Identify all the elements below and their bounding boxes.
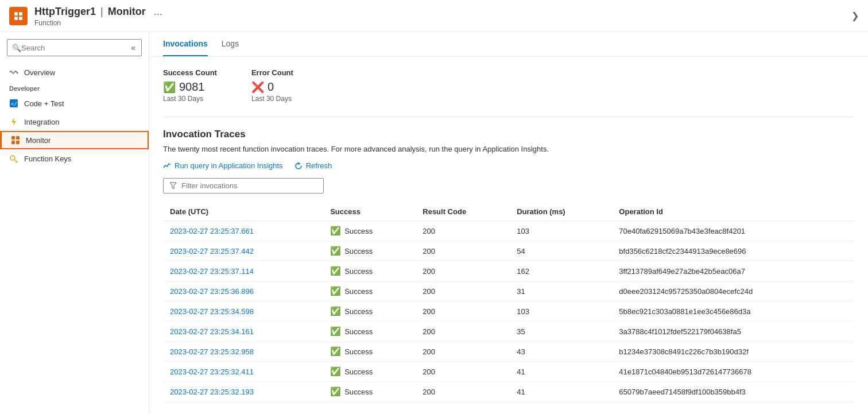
cell-duration: 103 [510, 221, 612, 241]
date-link[interactable]: 2023-02-27 23:25:32.193 [170, 388, 254, 396]
cell-operation-id: 5b8ec921c303a0881e1ee3c456e86d3a [612, 301, 854, 322]
section-title: Invocation Traces [163, 129, 854, 140]
success-checkmark: ✅ [330, 346, 341, 357]
cell-duration: 54 [510, 241, 612, 261]
lightning-icon [9, 117, 18, 126]
cell-result-code: 200 [416, 221, 510, 241]
cell-result-code: 200 [416, 342, 510, 362]
date-link[interactable]: 2023-02-27 23:25:36.896 [170, 287, 254, 296]
svg-rect-2 [14, 17, 18, 20]
col-result-code: Result Code [416, 203, 510, 221]
svg-marker-6 [11, 118, 16, 126]
sidebar-item-code-label: Code + Test [24, 99, 64, 108]
col-success: Success [323, 203, 416, 221]
cell-duration: 41 [510, 382, 612, 402]
cell-result-code: 200 [416, 322, 510, 342]
expand-button[interactable]: ❯ [851, 10, 859, 21]
title-separator: | [100, 6, 103, 18]
cell-date[interactable]: 2023-02-27 23:25:34.161 [163, 322, 323, 342]
date-link[interactable]: 2023-02-27 23:25:34.161 [170, 327, 254, 336]
error-count-icon: ❌ [251, 81, 264, 94]
success-count-sublabel: Last 30 Days [163, 95, 217, 103]
cell-date[interactable]: 2023-02-27 23:25:36.896 [163, 281, 323, 301]
date-link[interactable]: 2023-02-27 23:25:37.114 [170, 267, 254, 276]
top-bar: HttpTrigger1 | Monitor ... Function ❯ [0, 0, 868, 32]
invocations-table: Date (UTC) Success Result Code Duration … [163, 203, 854, 402]
svg-rect-10 [16, 141, 20, 144]
table-row[interactable]: 2023-02-27 23:25:37.114 ✅Success 200 162… [163, 261, 854, 281]
key-icon [9, 154, 18, 163]
search-box[interactable]: 🔍 « [7, 39, 142, 56]
cell-success: ✅Success [323, 261, 416, 281]
filter-input-box[interactable] [163, 178, 324, 194]
sidebar-section-developer: Developer [0, 82, 149, 94]
table-row[interactable]: 2023-02-27 23:25:34.161 ✅Success 200 35 … [163, 322, 854, 342]
cell-operation-id: 3a3788c4f1012fdef522179f04638fa5 [612, 322, 854, 342]
filter-invocations-input[interactable] [181, 181, 317, 190]
svg-rect-9 [11, 141, 15, 144]
sidebar-item-integration-label: Integration [24, 118, 59, 126]
sidebar-item-overview-label: Overview [24, 68, 55, 77]
tab-logs[interactable]: Logs [222, 32, 239, 56]
date-link[interactable]: 2023-02-27 23:25:32.411 [170, 367, 254, 376]
sidebar-item-monitor[interactable]: Monitor [0, 131, 149, 149]
refresh-button[interactable]: Refresh [294, 161, 332, 170]
table-row[interactable]: 2023-02-27 23:25:32.958 ✅Success 200 43 … [163, 342, 854, 362]
cell-date[interactable]: 2023-02-27 23:25:32.411 [163, 362, 323, 382]
cell-result-code: 200 [416, 362, 510, 382]
table-row[interactable]: 2023-02-27 23:25:37.442 ✅Success 200 54 … [163, 241, 854, 261]
success-checkmark: ✅ [330, 226, 341, 236]
cell-result-code: 200 [416, 382, 510, 402]
cell-duration: 41 [510, 362, 612, 382]
refresh-icon [294, 162, 303, 170]
sidebar-item-code-test[interactable]: </> Code + Test [0, 94, 149, 113]
error-count-label: Error Count [251, 68, 293, 77]
date-link[interactable]: 2023-02-27 23:25:37.442 [170, 247, 254, 256]
svg-marker-14 [170, 183, 176, 189]
success-text: Success [344, 347, 373, 356]
tab-invocations[interactable]: Invocations [163, 32, 208, 56]
cell-date[interactable]: 2023-02-27 23:25:34.598 [163, 301, 323, 322]
cell-duration: 43 [510, 342, 612, 362]
date-link[interactable]: 2023-02-27 23:25:34.598 [170, 307, 254, 316]
table-row[interactable]: 2023-02-27 23:25:34.598 ✅Success 200 103… [163, 301, 854, 322]
success-checkmark: ✅ [330, 306, 341, 316]
collapse-button[interactable]: « [130, 42, 137, 53]
svg-rect-0 [14, 12, 18, 16]
run-query-button[interactable]: Run query in Application Insights [163, 161, 283, 170]
table-body: 2023-02-27 23:25:37.661 ✅Success 200 103… [163, 221, 854, 402]
table-row[interactable]: 2023-02-27 23:25:36.896 ✅Success 200 31 … [163, 281, 854, 301]
cell-date[interactable]: 2023-02-27 23:25:37.114 [163, 261, 323, 281]
cell-date[interactable]: 2023-02-27 23:25:32.958 [163, 342, 323, 362]
cell-date[interactable]: 2023-02-27 23:25:32.193 [163, 382, 323, 402]
svg-rect-7 [11, 136, 15, 140]
sidebar-item-integration[interactable]: Integration [0, 113, 149, 131]
ellipsis-button[interactable]: ... [150, 5, 166, 19]
refresh-label: Refresh [306, 161, 332, 170]
success-checkmark: ✅ [330, 266, 341, 276]
monitor-icon [11, 136, 20, 145]
search-input[interactable] [21, 44, 130, 52]
app-icon [9, 7, 28, 25]
table-row[interactable]: 2023-02-27 23:25:37.661 ✅Success 200 103… [163, 221, 854, 241]
error-count-block: Error Count ❌ 0 Last 30 Days [251, 68, 293, 103]
cell-result-code: 200 [416, 241, 510, 261]
sidebar-item-function-keys[interactable]: Function Keys [0, 149, 149, 168]
table-row[interactable]: 2023-02-27 23:25:32.193 ✅Success 200 41 … [163, 382, 854, 402]
cell-operation-id: 3ff213789af649e27a2be42b5eac06a7 [612, 261, 854, 281]
date-link[interactable]: 2023-02-27 23:25:37.661 [170, 227, 254, 235]
sidebar-item-overview[interactable]: Overview [0, 63, 149, 82]
table-row[interactable]: 2023-02-27 23:25:32.411 ✅Success 200 41 … [163, 362, 854, 382]
error-count-value: 0 [268, 80, 274, 94]
cell-date[interactable]: 2023-02-27 23:25:37.661 [163, 221, 323, 241]
cell-date[interactable]: 2023-02-27 23:25:37.442 [163, 241, 323, 261]
cell-duration: 103 [510, 301, 612, 322]
cell-result-code: 200 [416, 281, 510, 301]
sidebar-item-function-keys-label: Function Keys [24, 154, 71, 163]
svg-rect-3 [19, 17, 22, 20]
svg-point-11 [10, 156, 15, 160]
success-checkmark: ✅ [330, 246, 341, 256]
section-description: The twenty most recent function invocati… [163, 145, 854, 153]
content-body: Success Count ✅ 9081 Last 30 Days Error … [149, 57, 868, 413]
date-link[interactable]: 2023-02-27 23:25:32.958 [170, 347, 254, 356]
